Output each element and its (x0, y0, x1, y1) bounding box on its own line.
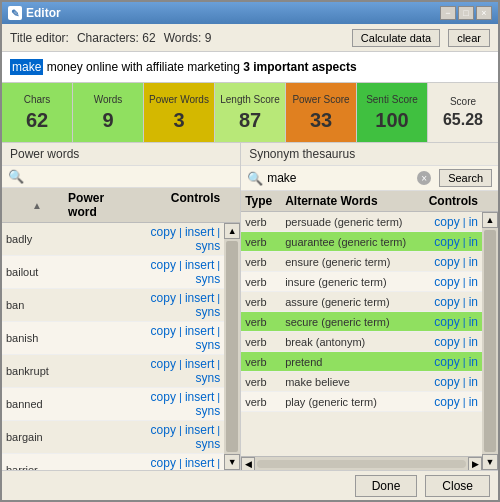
row-controls[interactable]: copy | insert | syns (130, 456, 220, 470)
search-button[interactable]: Search (439, 169, 492, 187)
row-ctrl[interactable]: copy | in (428, 255, 478, 269)
insert-link[interactable]: insert (185, 225, 214, 239)
stat-power-words-label: Power Words (149, 94, 209, 105)
clear-button[interactable]: clear (448, 29, 490, 47)
row-controls[interactable]: copy | insert | syns (130, 225, 220, 253)
syns-link[interactable]: syns (195, 239, 220, 253)
row-ctrl[interactable]: copy | in (428, 375, 478, 389)
right-scroll-thumb[interactable] (484, 230, 496, 452)
copy-link[interactable]: copy (434, 235, 459, 249)
copy-link[interactable]: copy (434, 275, 459, 289)
insert-link[interactable]: insert (185, 423, 214, 437)
close-button[interactable]: × (476, 6, 492, 20)
copy-link[interactable]: copy (151, 456, 176, 470)
right-scroll-up[interactable]: ▲ (482, 212, 498, 228)
footer-close-button[interactable]: Close (425, 475, 490, 497)
in-link[interactable]: in (469, 255, 478, 269)
syns-link[interactable]: syns (195, 272, 220, 286)
copy-link[interactable]: copy (434, 375, 459, 389)
row-controls[interactable]: copy | insert | syns (130, 423, 220, 451)
left-scrollbar[interactable]: ▲ ▼ (224, 223, 240, 470)
row-ctrl[interactable]: copy | in (428, 235, 478, 249)
insert-link[interactable]: insert (185, 258, 214, 272)
syns-link[interactable]: syns (195, 404, 220, 418)
right-table-row: verb insure (generic term) copy | in (241, 272, 482, 292)
row-ctrl[interactable]: copy | in (428, 335, 478, 349)
copy-link[interactable]: copy (151, 324, 176, 338)
done-button[interactable]: Done (355, 475, 418, 497)
copy-link[interactable]: copy (151, 225, 176, 239)
left-scroll-thumb[interactable] (226, 241, 238, 452)
stat-score-value: 65.28 (443, 111, 483, 129)
headline-area: make money online with affiliate marketi… (2, 52, 498, 83)
in-link[interactable]: in (469, 335, 478, 349)
syns-link[interactable]: syns (195, 305, 220, 319)
row-controls[interactable]: copy | insert | syns (130, 324, 220, 352)
syns-link[interactable]: syns (195, 437, 220, 451)
insert-link[interactable]: insert (185, 324, 214, 338)
in-link[interactable]: in (469, 295, 478, 309)
copy-link[interactable]: copy (151, 423, 176, 437)
hscroll-left[interactable]: ◀ (241, 457, 255, 471)
row-controls[interactable]: copy | insert | syns (130, 357, 220, 385)
in-link[interactable]: in (469, 315, 478, 329)
copy-link[interactable]: copy (434, 295, 459, 309)
stat-chars-value: 62 (26, 109, 48, 132)
syns-link[interactable]: syns (195, 371, 220, 385)
right-search-icon: 🔍 (247, 171, 263, 186)
copy-link[interactable]: copy (151, 390, 176, 404)
stat-power-words-value: 3 (173, 109, 184, 132)
copy-link[interactable]: copy (434, 395, 459, 409)
in-link[interactable]: in (469, 375, 478, 389)
right-table-row: verb persuade (generic term) copy | in (241, 212, 482, 232)
stat-power-score-value: 33 (310, 109, 332, 132)
right-bottom-scrollbar[interactable]: ◀ ▶ (241, 456, 482, 470)
right-col-controls: Controls (428, 194, 478, 208)
row-type: verb (245, 316, 285, 328)
insert-link[interactable]: insert (185, 357, 214, 371)
copy-link[interactable]: copy (434, 335, 459, 349)
calculate-data-button[interactable]: Calculate data (352, 29, 440, 47)
copy-link[interactable]: copy (151, 258, 176, 272)
row-word: banned (6, 398, 130, 410)
minimize-button[interactable]: − (440, 6, 456, 20)
right-search-input[interactable] (267, 171, 417, 185)
right-search-clear[interactable]: × (417, 171, 431, 185)
copy-link[interactable]: copy (151, 291, 176, 305)
hscroll-track[interactable] (257, 460, 466, 468)
row-ctrl[interactable]: copy | in (428, 315, 478, 329)
row-type: verb (245, 256, 285, 268)
insert-link[interactable]: insert (185, 291, 214, 305)
headline-rest: money online with affiliate marketing (43, 60, 243, 74)
copy-link[interactable]: copy (434, 255, 459, 269)
in-link[interactable]: in (469, 215, 478, 229)
row-controls[interactable]: copy | insert | syns (130, 291, 220, 319)
row-ctrl[interactable]: copy | in (428, 395, 478, 409)
left-scroll-down[interactable]: ▼ (224, 454, 240, 470)
stat-senti-score-label: Senti Score (366, 94, 418, 105)
in-link[interactable]: in (469, 275, 478, 289)
copy-link[interactable]: copy (434, 215, 459, 229)
row-controls[interactable]: copy | insert | syns (130, 258, 220, 286)
row-ctrl[interactable]: copy | in (428, 355, 478, 369)
copy-link[interactable]: copy (151, 357, 176, 371)
right-scroll-down[interactable]: ▼ (482, 454, 498, 470)
hscroll-right[interactable]: ▶ (468, 457, 482, 471)
in-link[interactable]: in (469, 355, 478, 369)
in-link[interactable]: in (469, 395, 478, 409)
insert-link[interactable]: insert (185, 456, 214, 470)
copy-link[interactable]: copy (434, 315, 459, 329)
row-alt: play (generic term) (285, 396, 428, 408)
maximize-button[interactable]: □ (458, 6, 474, 20)
left-scroll-up[interactable]: ▲ (224, 223, 240, 239)
syns-link[interactable]: syns (195, 338, 220, 352)
row-ctrl[interactable]: copy | in (428, 295, 478, 309)
row-ctrl[interactable]: copy | in (428, 275, 478, 289)
row-controls[interactable]: copy | insert | syns (130, 390, 220, 418)
row-ctrl[interactable]: copy | in (428, 215, 478, 229)
left-search-input[interactable] (28, 170, 234, 184)
insert-link[interactable]: insert (185, 390, 214, 404)
right-scrollbar[interactable]: ▲ ▼ (482, 212, 498, 470)
copy-link[interactable]: copy (434, 355, 459, 369)
in-link[interactable]: in (469, 235, 478, 249)
